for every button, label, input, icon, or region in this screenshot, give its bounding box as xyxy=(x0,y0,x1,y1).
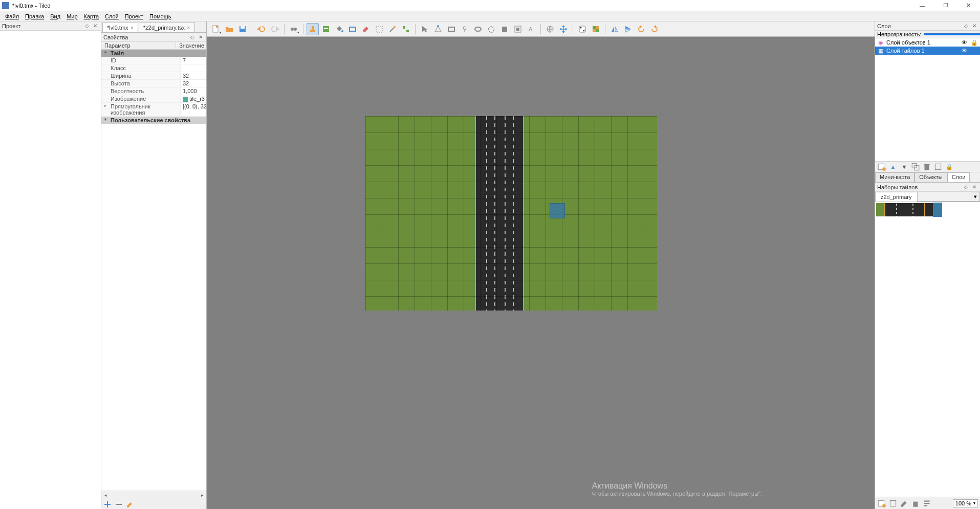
menu-world[interactable]: Мир xyxy=(63,12,80,20)
prop-row-probability[interactable]: Вероятность 1,000 xyxy=(101,87,206,95)
delete-layer-button[interactable] xyxy=(922,162,931,171)
layer-row-tiles[interactable]: ▦ Слой тайлов 1 👁 xyxy=(875,47,980,55)
edit-polygon-button[interactable] xyxy=(432,23,444,35)
tile-3[interactable] xyxy=(901,203,909,216)
section-custom[interactable]: Пользовательские свойства xyxy=(101,117,206,124)
layer-row-objects[interactable]: ◉ Слой объектов 1 👁 🔒 xyxy=(875,38,980,47)
visibility-icon[interactable]: 👁 xyxy=(962,39,969,46)
magic-wand-button[interactable] xyxy=(386,23,399,35)
doc-tab-lvl0[interactable]: *lvl0.tmx × xyxy=(102,22,138,32)
rotate-right-button[interactable] xyxy=(648,23,661,35)
close-icon[interactable]: × xyxy=(130,25,134,31)
properties-close-icon[interactable]: ✕ xyxy=(197,34,204,41)
rotate-left-button[interactable] xyxy=(635,23,647,35)
select-same-button[interactable] xyxy=(400,23,412,35)
doc-tab-z2d[interactable]: *z2d_primary.tsx × xyxy=(139,22,195,32)
insert-polygon-button[interactable] xyxy=(485,23,497,35)
properties-hscroll[interactable] xyxy=(101,491,206,499)
col-parameter[interactable]: Параметр xyxy=(101,42,176,49)
prop-val[interactable]: 32 xyxy=(181,72,206,79)
menu-help[interactable]: Помощь xyxy=(146,12,175,20)
tile-2[interactable] xyxy=(892,203,901,216)
random-mode-button[interactable] xyxy=(576,23,589,35)
zoom-box[interactable]: 100 % ▾ xyxy=(953,499,978,507)
project-tree[interactable] xyxy=(0,31,101,509)
insert-point-button[interactable] xyxy=(459,23,471,35)
lock-icon[interactable]: 🔒 xyxy=(971,39,978,46)
minimize-button[interactable]: — xyxy=(911,0,934,11)
remove-property-icon[interactable] xyxy=(115,500,123,508)
prop-val[interactable]: 1,000 xyxy=(181,87,206,95)
menu-edit[interactable]: Правка xyxy=(22,12,47,20)
bucket-fill-button[interactable] xyxy=(333,23,345,35)
embed-tileset-button[interactable] xyxy=(888,499,898,508)
menu-file[interactable]: Файл xyxy=(2,12,22,20)
insert-template-button[interactable] xyxy=(512,23,524,35)
tile-1[interactable] xyxy=(884,203,892,216)
insert-tile-button[interactable] xyxy=(498,23,511,35)
layers-list[interactable]: ◉ Слой объектов 1 👁 🔒 ▦ Слой тайлов 1 👁 xyxy=(875,38,980,161)
wangset-button[interactable] xyxy=(590,23,602,35)
world-tool-button[interactable] xyxy=(544,23,556,35)
section-tile[interactable]: Тайл xyxy=(101,50,206,57)
prop-val[interactable]: [(0, 0), 32 x xyxy=(181,103,206,116)
redo-button[interactable] xyxy=(269,23,281,35)
layers-float-icon[interactable]: ◇ xyxy=(963,23,970,30)
prop-row-image[interactable]: Изображение tile_r3 xyxy=(101,95,206,103)
opacity-slider[interactable] xyxy=(923,33,980,35)
duplicate-layer-button[interactable] xyxy=(911,162,920,171)
layers-close-icon[interactable]: ✕ xyxy=(971,23,978,30)
close-icon[interactable]: × xyxy=(187,25,190,31)
menu-view[interactable]: Вид xyxy=(47,12,63,20)
tilesets-close-icon[interactable]: ✕ xyxy=(971,184,978,191)
undo-button[interactable] xyxy=(255,23,268,35)
tab-minimap[interactable]: Мини-карта xyxy=(875,172,914,182)
tile-6[interactable] xyxy=(925,203,933,216)
terrain-brush-button[interactable] xyxy=(320,23,332,35)
tile-7[interactable] xyxy=(933,203,942,216)
move-map-button[interactable] xyxy=(557,23,570,35)
prop-row-width[interactable]: Ширина 32 xyxy=(101,72,206,80)
command-button[interactable] xyxy=(288,23,300,35)
new-tileset-button[interactable] xyxy=(877,499,886,508)
shape-fill-button[interactable] xyxy=(346,23,359,35)
visibility-icon[interactable]: 👁 xyxy=(962,48,969,54)
properties-float-icon[interactable]: ◇ xyxy=(189,34,196,41)
move-layer-down-button[interactable]: ▼ xyxy=(900,162,909,171)
toggle-lock-others-button[interactable]: 🔒 xyxy=(945,162,954,171)
stamp-tool-button[interactable] xyxy=(307,23,319,35)
open-file-button[interactable] xyxy=(223,23,235,35)
project-panel-float-icon[interactable]: ◇ xyxy=(83,23,91,30)
menu-layer[interactable]: Слой xyxy=(102,12,122,20)
save-button[interactable] xyxy=(236,23,249,35)
prop-val[interactable]: 7 xyxy=(181,57,206,64)
prop-row-imagerect[interactable]: Прямоугольник изображения [(0, 0), 32 x xyxy=(101,103,206,117)
chevron-down-icon[interactable]: ▾ xyxy=(973,501,975,505)
prop-row-id[interactable]: ID 7 xyxy=(101,57,206,64)
select-objects-button[interactable] xyxy=(419,23,431,35)
delete-tileset-button[interactable] xyxy=(911,499,920,508)
tileset-tab-z2d[interactable]: z2d_primary xyxy=(875,192,918,202)
close-button[interactable]: ✕ xyxy=(957,0,980,11)
edit-property-icon[interactable] xyxy=(126,500,134,508)
prop-val[interactable]: 32 xyxy=(181,80,206,87)
new-file-button[interactable] xyxy=(210,23,222,35)
tile-0[interactable] xyxy=(876,203,884,216)
flip-v-button[interactable] xyxy=(622,23,634,35)
insert-rectangle-button[interactable] xyxy=(445,23,458,35)
tile-4[interactable] xyxy=(909,203,917,216)
dynamic-wrap-button[interactable] xyxy=(922,499,931,508)
col-value[interactable]: Значение xyxy=(176,42,206,49)
eraser-button[interactable] xyxy=(360,23,372,35)
map-canvas[interactable]: Активация Windows Чтобы активировать Win… xyxy=(207,37,875,509)
tab-layers[interactable]: Слои xyxy=(947,172,970,182)
tab-objects[interactable]: Объекты xyxy=(914,172,947,182)
prop-val[interactable]: tile_r3 xyxy=(181,95,206,102)
prop-row-class[interactable]: Класс xyxy=(101,64,206,72)
insert-text-button[interactable]: A xyxy=(525,23,537,35)
add-property-icon[interactable] xyxy=(103,500,112,508)
tileset-view[interactable] xyxy=(875,202,980,497)
tileset-menu-button[interactable]: ▾ xyxy=(971,192,980,202)
tilemap[interactable] xyxy=(365,116,657,311)
maximize-button[interactable]: ☐ xyxy=(934,0,957,11)
